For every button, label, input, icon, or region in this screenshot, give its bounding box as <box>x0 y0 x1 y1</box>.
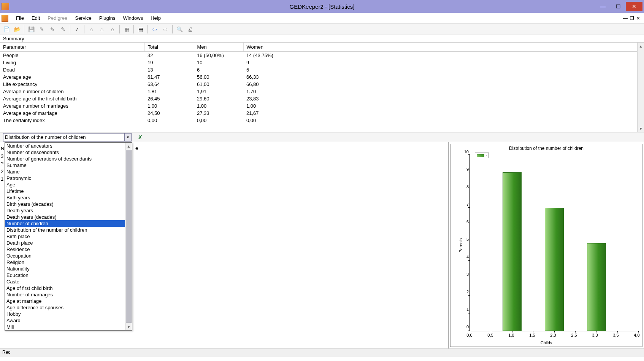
table-cell: 6 <box>194 66 243 73</box>
dropdown-option[interactable]: Number of ancestors <box>5 143 125 149</box>
table-row[interactable]: The certainty index0,000,000,00 <box>0 117 644 124</box>
dropdown-option[interactable]: Residence <box>5 246 125 253</box>
table-row[interactable]: Living19109 <box>0 59 644 66</box>
dropdown-option[interactable]: Award <box>5 317 125 324</box>
tree-descendants-icon[interactable]: ⌂ <box>97 25 107 34</box>
stats-icon[interactable]: ▤ <box>136 25 146 34</box>
dropdown-option[interactable]: Number of marriages <box>5 291 125 298</box>
dropdown-option[interactable]: Occupation <box>5 253 125 259</box>
dropdown-option[interactable]: Age at marriage <box>5 298 125 304</box>
x-tick-label: 0,5 <box>487 333 493 337</box>
table-row[interactable]: Average age61,4756,0066,33 <box>0 73 644 81</box>
table-row[interactable]: Average number of children1,811,911,70 <box>0 88 644 95</box>
distribution-toolbar: Distribution of the number of children ▼… <box>0 132 644 142</box>
scroll-thumb[interactable] <box>126 150 132 323</box>
dropdown-option[interactable]: Age difference of spouses <box>5 304 125 311</box>
save-icon[interactable]: 💾 <box>26 25 36 34</box>
dropdown-option[interactable]: Lifetime <box>5 188 125 194</box>
pedigree-icon[interactable]: ▦ <box>122 25 132 34</box>
dropdown-option[interactable]: Death years <box>5 207 125 214</box>
edit-record-icon[interactable]: ✎ <box>37 25 47 34</box>
dropdown-scrollbar[interactable]: ▲ ▼ <box>125 143 132 330</box>
dropdown-option[interactable]: Nationality <box>5 266 125 272</box>
scroll-down-icon[interactable]: ▼ <box>638 125 644 132</box>
scroll-down-icon[interactable]: ▼ <box>125 323 132 330</box>
toolbar-separator <box>148 25 148 33</box>
menu-pedigree[interactable]: Pedigree <box>44 14 71 22</box>
table-row[interactable]: Average age of the first child birth26,4… <box>0 95 644 102</box>
dropdown-option[interactable]: Name <box>5 169 125 175</box>
hidden-row: 2 <box>1 167 4 175</box>
menu-help[interactable]: Help <box>147 14 165 22</box>
toolbar-separator <box>133 25 134 33</box>
dropdown-option[interactable]: Hobby <box>5 311 125 317</box>
header-women[interactable]: Women <box>243 43 293 52</box>
dropdown-option[interactable]: Birth place <box>5 233 125 240</box>
menu-windows[interactable]: Windows <box>119 14 147 22</box>
x-tick-label: 4,0 <box>634 333 639 337</box>
table-cell: 14 (43,75%) <box>243 52 293 59</box>
table-row[interactable]: People3216 (50,00%)14 (43,75%) <box>0 52 644 59</box>
dropdown-option[interactable]: Number of descendants <box>5 149 125 156</box>
dropdown-option[interactable]: Birth years <box>5 194 125 201</box>
chart-title: Distribution of the number of children <box>450 144 642 153</box>
dropdown-option[interactable]: Birth years (decades) <box>5 201 125 207</box>
close-button[interactable]: ✕ <box>626 2 642 11</box>
dropdown-option[interactable]: Education <box>5 272 125 278</box>
table-cell: 21,67 <box>243 110 293 117</box>
header-total[interactable]: Total <box>144 43 194 52</box>
dropdown-option[interactable]: Age <box>5 181 125 188</box>
tree-both-icon[interactable]: ⌂ <box>108 25 117 34</box>
mdi-minimize-button[interactable]: — <box>623 16 628 21</box>
dropdown-option[interactable]: Number of children <box>5 220 125 227</box>
table-row[interactable]: Dead1365 <box>0 66 644 73</box>
header-parameter[interactable]: Parameter <box>0 43 144 52</box>
nav-forward-icon[interactable]: ⇨ <box>160 25 170 34</box>
table-cell: Average age <box>0 73 144 81</box>
print-icon[interactable]: 🖨 <box>185 25 195 34</box>
maximize-button[interactable]: ☐ <box>611 2 626 11</box>
dropdown-option[interactable]: Religion <box>5 259 125 266</box>
menu-plugins[interactable]: Plugins <box>95 14 119 22</box>
mdi-restore-button[interactable]: ❐ <box>630 16 634 21</box>
menu-file[interactable]: File <box>12 14 28 22</box>
dropdown-option[interactable]: Surname <box>5 162 125 169</box>
dropdown-option[interactable]: Caste <box>5 278 125 285</box>
dropdown-option[interactable]: Mili <box>5 324 125 330</box>
open-file-icon[interactable]: 📂 <box>12 25 22 34</box>
table-row[interactable]: Average number of marriages1,001,001,00 <box>0 102 644 110</box>
dropdown-option[interactable]: Age of first child birth <box>5 285 125 291</box>
table-row[interactable]: Average age of marriage24,5027,3321,67 <box>0 110 644 117</box>
add-record-icon[interactable]: ✎ <box>48 25 57 34</box>
filter-icon[interactable]: ✓ <box>72 25 82 34</box>
combo-selected-text[interactable]: Distribution of the number of children <box>3 133 125 142</box>
mdi-close-button[interactable]: ✕ <box>636 16 640 21</box>
tree-ancestors-icon[interactable]: ⌂ <box>86 25 96 34</box>
chevron-down-icon[interactable]: ▼ <box>125 133 132 142</box>
menu-edit[interactable]: Edit <box>28 14 44 22</box>
dropdown-option[interactable]: Patronymic <box>5 175 125 181</box>
nav-back-icon[interactable]: ⇦ <box>150 25 160 34</box>
distribution-combo[interactable]: Distribution of the number of children ▼ <box>3 133 132 142</box>
header-men[interactable]: Men <box>194 43 243 52</box>
new-file-icon[interactable]: 📄 <box>2 25 11 34</box>
y-tick-label: 9 <box>463 167 469 172</box>
delete-record-icon[interactable]: ✎ <box>58 25 68 34</box>
dropdown-option[interactable]: Death place <box>5 240 125 246</box>
dropdown-option[interactable]: Distribution of the number of children <box>5 227 125 233</box>
preview-icon[interactable]: 🔍 <box>174 25 184 34</box>
scroll-up-icon[interactable]: ▲ <box>638 43 644 49</box>
table-row[interactable]: Life expectancy63,6461,0066,80 <box>0 81 644 88</box>
dropdown-option[interactable]: Number of generations of descendants <box>5 156 125 162</box>
dropdown-option[interactable]: Death years (decades) <box>5 214 125 220</box>
toolbar-separator <box>172 25 173 33</box>
distribution-dropdown-list[interactable]: Number of ancestorsNumber of descendants… <box>5 142 132 331</box>
table-scrollbar[interactable]: ▲ ▼ <box>637 43 644 132</box>
chart-frame: Distribution of the number of children -… <box>450 144 642 347</box>
menu-service[interactable]: Service <box>71 14 95 22</box>
table-cell: 29,60 <box>194 95 243 102</box>
export-excel-icon[interactable]: ✗ <box>136 133 144 142</box>
menubar: File Edit Pedigree Service Plugins Windo… <box>0 13 644 24</box>
minimize-button[interactable]: — <box>595 2 611 11</box>
scroll-up-icon[interactable]: ▲ <box>125 143 132 149</box>
